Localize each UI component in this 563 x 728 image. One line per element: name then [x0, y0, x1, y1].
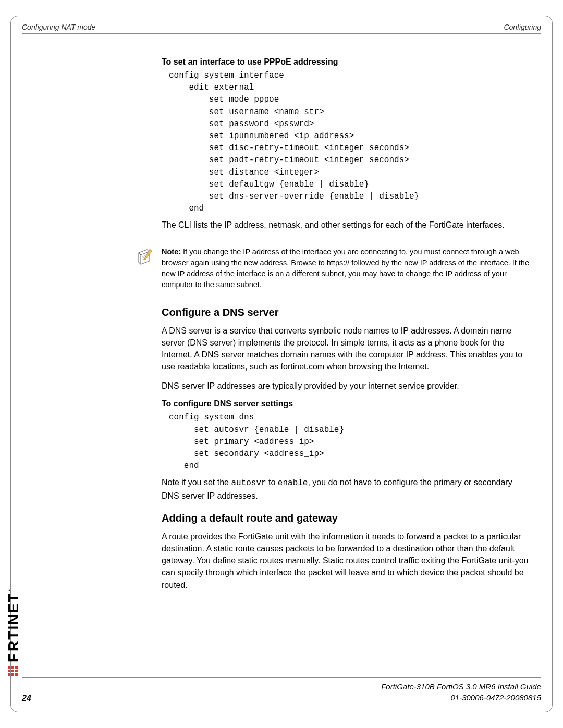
paragraph-route-1: A route provides the FortiGate unit with… [162, 530, 532, 591]
note-block: Note: If you change the IP address of th… [136, 246, 532, 290]
p3b: to [266, 478, 278, 487]
heading-route: Adding a default route and gateway [162, 512, 532, 524]
logo-dots-icon [8, 665, 19, 676]
page-number: 24 [22, 694, 31, 703]
section-title-dns-config: To configure DNS server settings [162, 399, 532, 409]
p3a: Note if you set the [162, 478, 231, 487]
footer-rule [22, 677, 541, 678]
p3-mono1: autosvr [231, 478, 266, 488]
code-block-pppoe: config system interface edit external se… [169, 70, 532, 215]
section-title-pppoe: To set an interface to use PPPoE address… [162, 57, 532, 67]
page-footer: 24 FortiGate-310B FortiOS 3.0 MR6 Instal… [22, 677, 541, 703]
code-block-dns: config system dns set autosvr {enable | … [169, 412, 532, 472]
main-content: To set an interface to use PPPoE address… [162, 57, 532, 598]
paragraph-dns-3: Note if you set the autosvr to enable, y… [162, 476, 532, 501]
paragraph-dns-1: A DNS server is a service that converts … [162, 325, 532, 373]
note-body: If you change the IP address of the inte… [162, 248, 529, 289]
note-icon [136, 248, 156, 268]
note-text: Note: If you change the IP address of th… [162, 246, 532, 290]
note-label: Note: [162, 248, 181, 256]
logo-text: RTINET [5, 593, 21, 651]
p3-mono2: enable [278, 478, 308, 488]
header-rule [22, 33, 541, 34]
footer-guide-title: FortiGate-310B FortiOS 3.0 MR6 Install G… [381, 681, 541, 692]
paragraph-dns-2: DNS server IP addresses are typically pr… [162, 380, 532, 392]
header-left: Configuring NAT mode [22, 23, 95, 31]
heading-dns: Configure a DNS server [162, 306, 532, 318]
footer-doc-id: 01-30006-0472-20080815 [381, 692, 541, 703]
footer-right: FortiGate-310B FortiOS 3.0 MR6 Install G… [381, 681, 541, 703]
fortinet-logo: FRTINET. [3, 588, 22, 676]
paragraph-cli-lists: The CLI lists the IP address, netmask, a… [162, 219, 532, 231]
page-header: Configuring NAT mode Configuring [22, 23, 541, 31]
header-right: Configuring [504, 23, 541, 31]
